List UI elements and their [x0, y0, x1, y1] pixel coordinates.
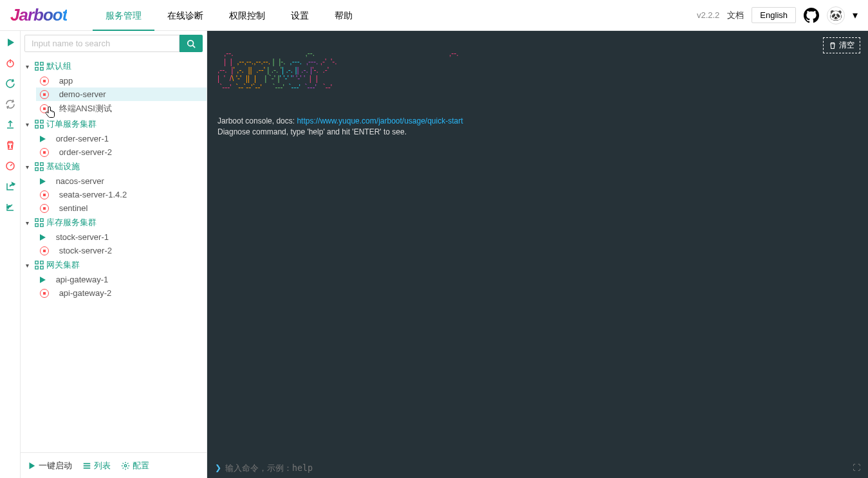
group-label: 库存服务集群: [46, 217, 97, 228]
tree-item-label: seata-server-1.4.2: [59, 190, 127, 199]
console-docs-link[interactable]: https://www.yuque.com/jarboot/usage/quic…: [297, 116, 463, 125]
caret-down-icon: ▾: [26, 219, 32, 226]
tree-item[interactable]: 终端ANSI测试: [36, 101, 207, 116]
clear-console-button[interactable]: 清空: [823, 37, 860, 53]
export-icon[interactable]: [4, 180, 17, 193]
language-button[interactable]: English: [752, 7, 796, 23]
caret-down-icon: ▾: [26, 63, 32, 70]
user-dropdown-icon[interactable]: ▾: [853, 9, 858, 21]
status-stopped-icon: [40, 77, 49, 86]
config-label: 配置: [133, 460, 149, 472]
status-stopped-icon: [40, 104, 49, 113]
nav-item-4[interactable]: 帮助: [322, 0, 365, 31]
github-icon[interactable]: [804, 8, 819, 23]
svg-rect-9: [35, 125, 38, 128]
gauge-icon[interactable]: [4, 160, 17, 172]
svg-rect-15: [35, 219, 38, 221]
tree-item[interactable]: nacos-server: [36, 174, 207, 188]
service-tree: ▾默认组 app demo-server 终端ANSI测试▾订单服务集群 ord…: [21, 56, 207, 452]
svg-rect-16: [41, 219, 43, 221]
svg-rect-5: [35, 68, 38, 70]
group-label: 基础设施: [46, 161, 80, 172]
console-diag-line: Diagnose command, type 'help' and hit 'E…: [217, 127, 407, 136]
list-view-button[interactable]: 列表: [82, 460, 111, 472]
svg-rect-22: [41, 266, 43, 269]
svg-rect-17: [35, 224, 38, 226]
group-header[interactable]: ▾订单服务集群: [21, 116, 207, 132]
grid-icon: [35, 218, 44, 227]
status-running-icon: [40, 136, 46, 142]
group-header[interactable]: ▾库存服务集群: [21, 215, 207, 230]
nav-item-3[interactable]: 设置: [278, 0, 322, 31]
docs-link[interactable]: 文档: [727, 10, 744, 21]
svg-rect-10: [41, 125, 43, 128]
import-icon[interactable]: [4, 201, 17, 214]
tree-item[interactable]: stock-server-1: [36, 230, 207, 244]
status-stopped-icon: [40, 90, 49, 99]
svg-rect-8: [41, 120, 43, 123]
group-header[interactable]: ▾默认组: [21, 59, 207, 74]
status-stopped-icon: [40, 148, 49, 157]
tree-item[interactable]: api-gateway-1: [36, 273, 207, 286]
grid-icon: [35, 261, 44, 270]
main-nav: 服务管理在线诊断权限控制设置帮助: [93, 0, 697, 31]
console-panel: 清空 ,--. ,--. ,--. | | ,--,--.,--.--. | |…: [207, 31, 868, 478]
tree-item[interactable]: order-server-1: [36, 132, 207, 145]
tree-item[interactable]: stock-server-2: [36, 244, 207, 257]
tree-item-label: nacos-server: [56, 176, 104, 186]
svg-point-23: [124, 464, 127, 467]
status-running-icon: [40, 234, 46, 241]
console-output: ,--. ,--. ,--. | | ,--,--.,--.--. | |-. …: [207, 31, 868, 457]
group-label: 默认组: [46, 60, 71, 72]
restart-icon[interactable]: [4, 77, 17, 90]
tree-item-label: sentinel: [59, 203, 88, 213]
svg-rect-6: [41, 68, 43, 70]
nav-item-0[interactable]: 服务管理: [93, 0, 154, 31]
group-header[interactable]: ▾基础设施: [21, 159, 207, 174]
svg-rect-20: [41, 261, 43, 264]
group-label: 网关集群: [46, 259, 80, 271]
search-input[interactable]: [24, 35, 180, 52]
svg-rect-7: [35, 120, 38, 123]
status-stopped-icon: [40, 204, 49, 213]
tree-item[interactable]: sentinel: [36, 201, 207, 215]
tree-item[interactable]: order-server-2: [36, 145, 207, 159]
tree-item-label: api-gateway-2: [59, 288, 112, 298]
start-all-label: 一键启动: [39, 460, 72, 472]
config-button[interactable]: 配置: [121, 460, 149, 472]
nav-item-1[interactable]: 在线诊断: [154, 0, 216, 31]
group-label: 订单服务集群: [46, 118, 97, 130]
search-button[interactable]: [180, 35, 203, 52]
status-stopped-icon: [40, 289, 49, 298]
tree-item[interactable]: seata-server-1.4.2: [36, 188, 207, 201]
tree-item[interactable]: api-gateway-2: [36, 286, 207, 300]
tree-item-label: 终端ANSI测试: [59, 103, 112, 115]
nav-item-2[interactable]: 权限控制: [216, 0, 278, 31]
svg-point-2: [188, 40, 194, 46]
tree-item[interactable]: demo-server: [36, 87, 207, 101]
svg-rect-11: [35, 163, 38, 165]
status-running-icon: [40, 277, 46, 283]
command-input[interactable]: [225, 463, 849, 473]
start-all-button[interactable]: 一键启动: [27, 460, 72, 472]
tree-item-label: app: [59, 76, 73, 86]
power-icon[interactable]: [4, 57, 17, 69]
group-header[interactable]: ▾网关集群: [21, 257, 207, 273]
svg-rect-18: [41, 224, 43, 226]
grid-icon: [35, 120, 44, 129]
caret-down-icon: ▾: [26, 121, 32, 128]
caret-down-icon: ▾: [26, 163, 32, 170]
user-avatar[interactable]: 🐼: [827, 6, 845, 24]
maximize-icon[interactable]: ⛶: [853, 463, 860, 472]
upload-icon[interactable]: [4, 118, 17, 131]
trash-icon[interactable]: [4, 139, 17, 152]
play-icon[interactable]: [4, 36, 17, 49]
refresh-icon[interactable]: [4, 98, 17, 111]
clear-label: 清空: [839, 40, 854, 51]
grid-icon: [35, 62, 44, 71]
app-logo: Jarboot: [10, 5, 67, 25]
tree-item-label: stock-server-1: [56, 232, 109, 242]
grid-icon: [35, 162, 44, 171]
tree-item[interactable]: app: [36, 74, 207, 87]
caret-down-icon: ▾: [26, 262, 32, 269]
